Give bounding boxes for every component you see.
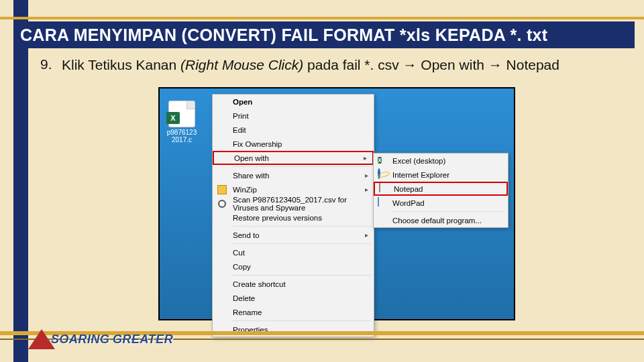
submenu-wordpad[interactable]: WordPad bbox=[374, 196, 508, 210]
menu-separator bbox=[231, 166, 371, 167]
menu-separator bbox=[231, 243, 371, 244]
footer-logo: SOARING GREATER bbox=[28, 324, 173, 354]
submenu-ie[interactable]: Internet Explorer bbox=[374, 168, 508, 182]
step-number: 9. bbox=[40, 56, 52, 72]
menu-winzip[interactable]: WinZip bbox=[213, 182, 374, 196]
menu-edit[interactable]: Edit bbox=[213, 123, 374, 137]
context-menu: Open Print Edit Fix Ownership Open with … bbox=[212, 94, 374, 337]
excel-icon: X bbox=[378, 156, 388, 166]
instruction-text-pre: Klik Tetikus Kanan bbox=[62, 57, 180, 72]
menu-share-with[interactable]: Share with bbox=[213, 168, 374, 182]
menu-fix-ownership[interactable]: Fix Ownership bbox=[213, 137, 374, 151]
submenu-excel[interactable]: X Excel (desktop) bbox=[374, 154, 508, 168]
wordpad-icon bbox=[378, 198, 388, 208]
screenshot-frame: X p9876123 2017.c Open Print Edit Fix Ow… bbox=[158, 87, 515, 320]
file-name-line2: 2017.c bbox=[164, 136, 200, 143]
menu-scan[interactable]: Scan P9876123405_2017.csv for Viruses an… bbox=[213, 196, 374, 210]
instruction-text-italic: (Right Mouse Click) bbox=[180, 57, 303, 72]
menu-separator bbox=[231, 226, 371, 227]
submenu-choose-default[interactable]: Choose default program... bbox=[374, 213, 508, 227]
menu-create-shortcut[interactable]: Create shortcut bbox=[213, 277, 374, 291]
menu-separator bbox=[231, 275, 371, 276]
slide-title: CARA MENYIMPAN (CONVERT) FAIL FORMAT *xl… bbox=[20, 25, 547, 44]
slide-left-stripe bbox=[13, 0, 28, 362]
submenu-separator bbox=[391, 211, 505, 212]
desktop-file-icon[interactable]: X p9876123 2017.c bbox=[164, 101, 200, 143]
submenu-notepad[interactable]: Notepad bbox=[374, 182, 508, 196]
menu-rename[interactable]: Rename bbox=[213, 305, 374, 319]
excel-file-icon: X bbox=[168, 101, 195, 127]
menu-copy[interactable]: Copy bbox=[213, 259, 374, 274]
logo-main-text: SOARING bbox=[51, 333, 110, 346]
excel-badge-icon: X bbox=[166, 112, 180, 124]
winzip-icon bbox=[217, 184, 227, 195]
logo-triangle-icon bbox=[28, 329, 55, 349]
file-name-line1: p9876123 bbox=[164, 129, 200, 136]
menu-restore[interactable]: Restore previous versions bbox=[213, 210, 374, 225]
title-band: CARA MENYIMPAN (CONVERT) FAIL FORMAT *xl… bbox=[13, 21, 635, 48]
open-with-submenu: X Excel (desktop) Internet Explorer Note… bbox=[373, 153, 508, 228]
logo-sub-text: GREATER bbox=[113, 333, 173, 346]
menu-send-to[interactable]: Send to bbox=[213, 228, 374, 242]
instruction-block: 9. Klik Tetikus Kanan (Right Mouse Click… bbox=[40, 56, 631, 74]
slide-top-accent bbox=[0, 17, 644, 19]
menu-open[interactable]: Open bbox=[213, 95, 374, 109]
notepad-icon bbox=[379, 184, 390, 194]
menu-open-with[interactable]: Open with bbox=[213, 151, 374, 165]
menu-separator bbox=[231, 320, 371, 321]
menu-print[interactable]: Print bbox=[213, 109, 374, 123]
ie-icon bbox=[378, 170, 388, 180]
shield-icon bbox=[217, 198, 227, 209]
menu-delete[interactable]: Delete bbox=[213, 291, 374, 305]
menu-cut[interactable]: Cut bbox=[213, 245, 374, 259]
instruction-text-post: pada fail *. csv → Open with → Notepad bbox=[303, 57, 559, 72]
